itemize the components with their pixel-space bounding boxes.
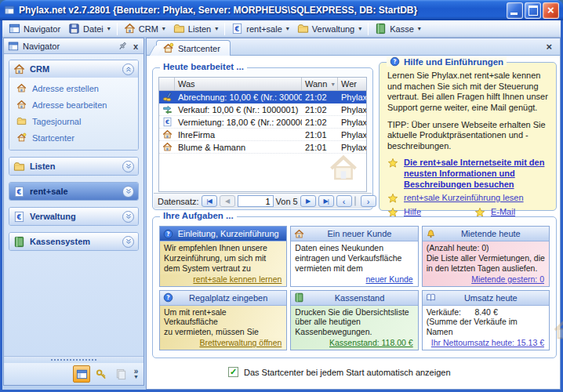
table-row[interactable]: IhreFirma21:01Phylax	[159, 129, 366, 141]
card-link-rent-sale-kennen-lernen[interactable]: rent+sale kennen lernen	[193, 274, 282, 284]
hilfe-link-die-rent-sale[interactable]: Die rent+sale Internetseite mit den neus…	[404, 158, 548, 190]
navigator-panel-header[interactable]: Navigator x	[4, 38, 143, 54]
card-body-text: Daten eines Neukunden eintragen und Verk…	[291, 241, 417, 274]
cell-was: Verkauf: 10,00 € (Nr.: 1000001)	[175, 103, 302, 115]
card-link-brettverwaltung-ffnen[interactable]: Brettverwaltung öffnen	[199, 338, 282, 347]
card-link-ihr-nettoumsatz-heute-15-13[interactable]: Ihr Nettoumsatz heute: 15.13 €	[431, 338, 544, 347]
card-link-row: neuer Kunde	[291, 274, 417, 286]
sidebar-footer-toolbar: »▼	[4, 363, 143, 385]
footer-sheets-button[interactable]	[112, 365, 129, 383]
card-link-kassenstand-118-00[interactable]: Kassenstand: 118.00 €	[329, 338, 413, 347]
toolbar-button-label: CRM	[139, 24, 158, 34]
chevron-down-icon[interactable]	[122, 236, 134, 248]
card-link-mietende-gestern-0[interactable]: Mietende gestern: 0	[471, 274, 544, 284]
close-button[interactable]	[543, 2, 559, 19]
sidebar-item-tagesjournal[interactable]: Tagesjournal	[9, 113, 138, 129]
first-record-button[interactable]	[202, 195, 217, 207]
table-row[interactable]: Verkauf: 10,00 € (Nr.: 1000001)21:02Phyl…	[159, 103, 366, 116]
scrollbar-thumb[interactable]	[354, 196, 356, 206]
app-window: Phylax.net v2.7.2801 {Benutzer: Phylax, …	[0, 0, 563, 392]
chevron-down-icon[interactable]	[122, 186, 134, 198]
nav-group-listen: Listen	[9, 157, 139, 176]
navigator-close-button[interactable]: x	[132, 42, 140, 51]
sidebar-item-startcenter[interactable]: Startcenter	[9, 129, 138, 146]
previous-record-button[interactable]	[220, 195, 235, 207]
house-icon	[162, 142, 173, 152]
footer-key-button[interactable]	[93, 365, 110, 383]
title-bar[interactable]: Phylax.net v2.7.2801 {Benutzer: Phylax, …	[0, 0, 563, 20]
sidebar-group-rent-sale[interactable]: €rent+sale	[9, 183, 138, 200]
toolbar-button-label: Listen	[188, 24, 211, 34]
minimize-button[interactable]	[507, 2, 523, 19]
sidebar-item-label: Startcenter	[32, 133, 74, 143]
record-navigator-label: Datensatz:	[158, 197, 199, 206]
cell-wer: Phylax	[338, 141, 366, 153]
sidebar-group-kassensystem[interactable]: Kassensystem	[9, 233, 138, 250]
row-type-icon-cell	[159, 103, 175, 115]
row-type-icon-cell	[159, 141, 175, 153]
navigator-icon	[8, 41, 19, 52]
record-number-input[interactable]	[238, 195, 274, 207]
nav-group-crm: CRMAdresse erstellenAdresse bearbeitenTa…	[9, 60, 139, 151]
column-header-wer[interactable]: Wer	[338, 78, 366, 90]
column-header-wann[interactable]: Wann▼	[302, 78, 338, 90]
toolbar-button-verwaltung[interactable]: Verwaltung▾	[293, 21, 365, 36]
chevron-down-icon[interactable]	[122, 161, 134, 172]
hilfe-link-item: Die rent+sale Internetseite mit den neus…	[387, 158, 548, 190]
table-row[interactable]: €Vermietung: 18,00 € (Nr.: 2000001)21:02…	[159, 116, 366, 129]
svg-text:€: €	[16, 212, 22, 220]
column-header-was[interactable]: Was	[175, 78, 302, 90]
startcenter-autoshow-checkbox[interactable]	[228, 367, 238, 377]
card-header-kassenstand[interactable]: Kassenstand	[291, 291, 417, 306]
sidebar-item-adresse-bearbeiten[interactable]: Adresse bearbeiten	[9, 96, 138, 113]
footer-overflow-chevron[interactable]: »▼	[133, 368, 139, 379]
cell-wann: 21:02	[302, 91, 338, 103]
checkbox-label: Das Startcenter bei jedem Start automati…	[244, 368, 451, 377]
sidebar-group-label: Kassensystem	[30, 237, 118, 246]
sidebar-group-items: Adresse erstellenAdresse bearbeitenTages…	[9, 78, 138, 150]
sidebar-item-label: Adresse bearbeiten	[32, 100, 107, 110]
card-header-ein-neuer-kunde[interactable]: Ein neuer Kunde	[291, 227, 417, 241]
scroll-left-button[interactable]	[336, 195, 352, 207]
sidebar-group-listen[interactable]: Listen	[9, 158, 138, 175]
table-row[interactable]: Blume & Hamann21:01Phylax	[159, 141, 366, 154]
sidebar-item-adresse-erstellen[interactable]: Adresse erstellen	[9, 80, 138, 96]
chevron-up-icon[interactable]	[122, 64, 134, 75]
maximize-button[interactable]	[525, 2, 541, 19]
disk-icon	[68, 23, 80, 34]
toolbar-button-label: Datei	[83, 24, 104, 34]
toolbar-button-label: rent+sale	[246, 24, 282, 34]
tab-close-button[interactable]	[543, 41, 555, 53]
svg-text:€: €	[234, 25, 240, 33]
last-record-button[interactable]	[318, 195, 334, 207]
sidebar-splitter[interactable]	[4, 356, 143, 363]
toolbar-button-navigator[interactable]: Navigator	[5, 21, 64, 36]
next-record-button[interactable]	[300, 195, 316, 207]
card-header-einleitung-kurzeinf-hrung[interactable]: ?Einleitung, Kurzeinführung	[160, 227, 286, 241]
pin-icon[interactable]	[117, 41, 128, 52]
footer-navigator-button[interactable]	[73, 365, 90, 383]
toolbar-button-crm[interactable]: CRM▾	[120, 21, 169, 36]
table-row[interactable]: Abrechnung: 10,00 € (Nr.: 3000001)21:02P…	[159, 91, 366, 103]
sidebar-group-crm[interactable]: CRM	[9, 60, 138, 78]
sidebar-group-label: Verwaltung	[30, 212, 118, 221]
toolbar-button-kasse[interactable]: Kasse▾	[371, 21, 425, 36]
sidebar-group-verwaltung[interactable]: €Verwaltung	[9, 208, 138, 225]
card-header-mietende-heute[interactable]: Mietende heute	[423, 227, 549, 241]
toolbar-separator	[117, 23, 118, 35]
toolbar-button-rent-sale[interactable]: €rent+sale▾	[227, 21, 293, 36]
chevron-down-icon[interactable]	[122, 211, 134, 223]
card-header-regalplatz-eingeben[interactable]: ?Regalplatz eingeben	[160, 291, 286, 306]
tab-startcenter[interactable]: Startcenter	[156, 40, 231, 56]
hilfe-link-rent-sale-kurzeinf[interactable]: rent+sale Kurzeinführung lesen	[404, 193, 524, 204]
scroll-right-button[interactable]	[361, 195, 376, 207]
card-body-text: (Anzahl heute: 0) Die Liste aller Vermie…	[423, 241, 549, 274]
card-link-neuer-kunde[interactable]: neuer Kunde	[366, 274, 413, 284]
card-body-text: Verkäufe: 8.40 € (Summe der Verkäufe im …	[423, 306, 549, 339]
card-header-umsatz-heute[interactable]: Umsatz heute	[423, 291, 549, 306]
house-watermark-icon	[329, 154, 358, 185]
sidebar-item-label: Adresse erstellen	[32, 84, 99, 93]
toolbar-button-listen[interactable]: Listen▾	[169, 21, 222, 36]
euro-sheet-icon: €	[162, 117, 173, 127]
toolbar-button-datei[interactable]: Datei▾	[64, 21, 114, 36]
